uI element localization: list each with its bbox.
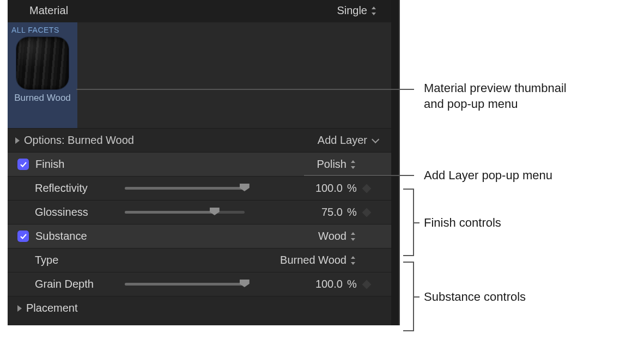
- finish-type-popup[interactable]: Polish: [317, 158, 356, 171]
- material-mode-popup[interactable]: Single: [337, 4, 377, 17]
- glossiness-slider[interactable]: [125, 211, 245, 214]
- finish-label: Finish: [35, 158, 64, 171]
- updown-icon: [370, 7, 377, 15]
- callout-line: [76, 89, 414, 90]
- keyframe-icon[interactable]: [362, 280, 372, 289]
- facet-material-name: Burned Wood: [14, 93, 71, 104]
- facet-tile-all[interactable]: ALL FACETS Burned Wood: [8, 22, 77, 128]
- material-inspector-panel: Material Single ALL FACETS Burned Wood O…: [8, 0, 400, 325]
- material-header-row: Material Single: [8, 0, 399, 22]
- slider-thumb-icon[interactable]: [210, 208, 220, 215]
- callout-bracket: [403, 189, 414, 256]
- placement-label: Placement: [26, 302, 78, 314]
- grain-depth-slider[interactable]: [125, 283, 245, 286]
- material-section-label: Material: [29, 4, 337, 17]
- disclosure-triangle-icon[interactable]: [15, 137, 20, 144]
- glossiness-row: Glossiness 75.0 %: [8, 200, 399, 224]
- reflectivity-slider[interactable]: [125, 187, 245, 190]
- updown-icon: [350, 232, 356, 241]
- callout-line: [414, 296, 420, 298]
- reflectivity-label: Reflectivity: [35, 182, 88, 195]
- facet-area: ALL FACETS Burned Wood: [8, 22, 399, 128]
- substance-subtype-popup[interactable]: Burned Wood: [280, 254, 356, 266]
- chevron-down-icon: [372, 135, 379, 143]
- substance-checkbox[interactable]: [17, 230, 29, 242]
- material-mode-value: Single: [337, 4, 367, 17]
- updown-icon: [350, 256, 356, 265]
- placement-row[interactable]: Placement: [8, 296, 399, 320]
- keyframe-icon[interactable]: [362, 208, 372, 217]
- finish-header-row: Finish Polish: [8, 152, 399, 176]
- callout-line: [304, 175, 414, 176]
- callout-bracket: [403, 262, 414, 331]
- updown-icon: [350, 160, 356, 169]
- add-layer-popup[interactable]: Add Layer: [318, 134, 377, 147]
- callout-line: [414, 222, 420, 223]
- reflectivity-row: Reflectivity 100.0 %: [8, 176, 399, 200]
- substance-label: Substance: [35, 230, 87, 242]
- callout-add-layer: Add Layer pop-up menu: [424, 168, 552, 184]
- options-material-name: Burned Wood: [68, 134, 134, 147]
- grain-depth-value-field[interactable]: 100.0 %: [245, 278, 357, 290]
- facet-header-label: ALL FACETS: [8, 23, 63, 37]
- options-row: Options: Burned Wood Add Layer: [8, 128, 399, 152]
- callout-preview-thumbnail: Material preview thumbnail and pop-up me…: [424, 81, 567, 112]
- material-preview-thumbnail[interactable]: [16, 37, 69, 89]
- substance-type-popup[interactable]: Wood: [318, 230, 356, 242]
- panel-scrollbar[interactable]: [391, 0, 399, 325]
- finish-type-value: Polish: [317, 158, 347, 171]
- reflectivity-value-field[interactable]: 100.0 %: [245, 182, 357, 195]
- substance-type-value: Wood: [318, 230, 347, 242]
- grain-depth-label: Grain Depth: [35, 278, 94, 290]
- substance-type-row: Type Burned Wood: [8, 248, 399, 272]
- keyframe-icon[interactable]: [362, 184, 372, 193]
- disclosure-triangle-icon[interactable]: [17, 305, 22, 312]
- glossiness-value-field[interactable]: 75.0 %: [245, 206, 357, 219]
- substance-subtype-value: Burned Wood: [280, 254, 347, 266]
- grain-depth-row: Grain Depth 100.0 %: [8, 272, 399, 296]
- add-layer-label: Add Layer: [318, 134, 367, 147]
- options-label-prefix: Options:: [24, 134, 64, 147]
- callout-substance-controls: Substance controls: [424, 289, 526, 305]
- substance-type-label: Type: [35, 254, 58, 266]
- glossiness-label: Glossiness: [35, 206, 88, 219]
- substance-header-row: Substance Wood: [8, 224, 399, 248]
- finish-checkbox[interactable]: [17, 159, 29, 170]
- callout-finish-controls: Finish controls: [424, 215, 501, 231]
